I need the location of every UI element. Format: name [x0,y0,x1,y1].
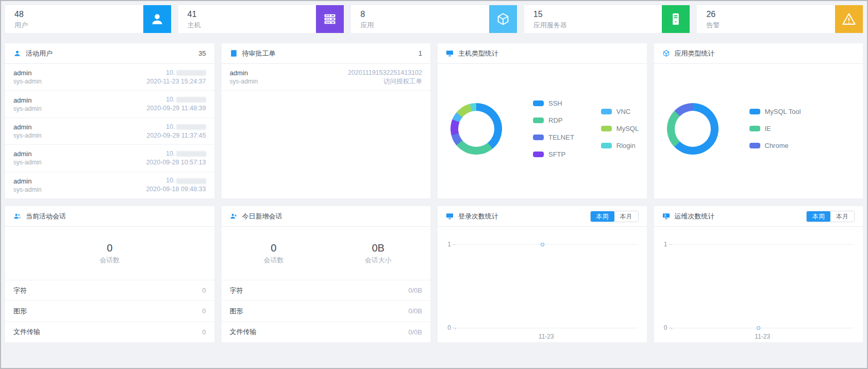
legend-item[interactable]: SSH [533,99,574,107]
active-user-row[interactable]: admin sys-admin 10. 2020-09-29 10:57:13 [5,145,214,172]
active-user-row[interactable]: admin sys-admin 10. 2020-11-23 15:24:37 [5,64,214,91]
row-value: 0/0B [408,328,422,336]
active-user-row[interactable]: admin sys-admin 10. 2020-09-29 11:37:45 [5,118,214,145]
ticket-user-role: sys-admin [230,77,258,86]
tab-this-week[interactable]: 本周 [807,211,830,222]
apps-count: 8 [360,9,374,20]
legend-item[interactable]: Chrome [749,142,801,149]
user-ip: 10. [146,176,206,185]
current-sessions-header: 当前活动会话 [5,206,214,227]
users-count: 48 [14,9,28,20]
stat-card-app-servers[interactable]: 15 应用服务器 [524,5,690,33]
user-name: admin [13,69,42,77]
row-label: 图形 [13,307,27,316]
today-sessions-rows: 字符 0/0B 图形 0/0B 文件传输 0/0B [222,280,431,342]
active-users-list: admin sys-admin 10. 2020-11-23 15:24:37 … [5,64,214,198]
empty-list-area [222,91,431,198]
app-type-title: 应用类型统计 [675,49,715,58]
panels-row-bottom: 当前活动会话 0 会话数 字符 0 图形 0 文件传输 0 [5,206,863,342]
legend-item[interactable]: MySQL Tool [749,108,801,115]
stat-card-alerts[interactable]: 26 告警 [697,5,863,33]
alert-triangle-icon [835,5,863,33]
active-user-row[interactable]: admin sys-admin 10. 2020-09-18 09:48:33 [5,172,214,198]
ticket-row[interactable]: admin sys-admin 202011191532251413102 访问… [222,64,431,91]
legend-item[interactable]: MySQL [601,125,639,132]
stat-card-apps[interactable]: 8 应用 [351,5,517,33]
user-role: sys-admin [13,186,42,194]
hosts-count: 41 [188,9,201,20]
row-value: 0/0B [408,307,422,315]
session-count-value: 0 [5,241,214,255]
legend-item[interactable]: SFTP [533,150,574,158]
y-axis-tick-label: 1 [441,241,451,248]
monitor-icon [446,49,454,57]
panel-login-stats: 登录次数统计 本周 本月 1 0 11-23 [438,206,647,342]
top-stat-cards: 48 用户 41 主机 8 应用 15 [5,5,863,33]
legend-marker-icon [533,152,544,157]
ticket-user: admin [230,69,258,77]
tab-this-week[interactable]: 本周 [591,211,614,222]
legend-item[interactable]: Rlogin [601,142,639,149]
row-value: 0 [202,307,206,315]
cube-icon [489,5,517,33]
panel-current-sessions: 当前活动会话 0 会话数 字符 0 图形 0 文件传输 0 [5,206,214,342]
ticket-type: 访问授权工单 [348,77,422,86]
active-user-row[interactable]: admin sys-admin 10. 2020-09-29 11:48:39 [5,91,214,118]
document-icon [230,49,238,57]
x-axis-label: 11-23 [455,333,638,340]
login-time: 2020-09-29 10:57:13 [146,158,206,167]
legend-marker-icon [533,135,544,140]
legend-label: MySQL Tool [765,108,801,115]
legend-label: MySQL [616,125,639,132]
tab-this-month[interactable]: 本月 [614,211,638,222]
current-sessions-title: 当前活动会话 [26,212,66,221]
alerts-label: 告警 [706,20,720,30]
legend-label: TELNET [548,133,574,141]
app-type-donut [667,103,719,155]
panel-host-type-stats: 主机类型统计 SSHRDPTELNETSFTP VNCMySQLRlogin [438,43,647,198]
session-size-stat: 0B 会话大小 [326,241,430,266]
redacted-ip-block [176,178,206,184]
kv-row-graphic: 图形 0 [5,301,214,322]
legend-marker-icon [601,109,612,114]
user-role: sys-admin [13,77,42,86]
legend-label: VNC [616,108,630,115]
tab-this-month[interactable]: 本月 [830,211,854,222]
user-name: admin [13,96,42,105]
legend-marker-icon [749,143,760,148]
legend-marker-icon [601,126,612,131]
pending-tickets-title: 待审批工单 [242,49,276,58]
user-ip: 10. [146,95,206,104]
today-sessions-header: 今日新增会话 [222,206,431,227]
stat-card-users[interactable]: 48 用户 [5,5,171,33]
today-sessions-title: 今日新增会话 [242,212,282,221]
hosts-label: 主机 [188,20,201,30]
active-users-header: 活动用户 35 [5,43,214,64]
pending-tickets-header: 待审批工单 1 [222,43,431,64]
user-ip: 10. [146,149,206,158]
legend-marker-icon [749,109,760,114]
session-count-value: 0 [222,241,326,255]
login-time: 2020-09-29 11:48:39 [146,104,206,113]
people-plus-icon [230,212,238,220]
today-sessions-stats: 0 会话数 0B 会话大小 [222,227,431,280]
stat-card-hosts[interactable]: 41 主机 [178,5,344,33]
user-role: sys-admin [13,158,42,166]
legend-label: IE [765,125,771,132]
kv-row-char: 字符 0 [5,280,214,301]
user-ip: 10. [146,69,206,77]
legend-item[interactable]: VNC [601,108,639,115]
row-value: 0 [202,328,206,336]
pending-tickets-count: 1 [419,49,422,57]
users-label: 用户 [14,20,28,30]
legend-item[interactable]: IE [749,125,801,132]
redacted-ip-block [176,124,206,130]
x-axis-label: 11-23 [672,333,854,340]
alerts-count: 26 [706,9,720,20]
legend-label: Rlogin [616,142,636,149]
gridline-bottom [455,328,638,328]
session-count-label: 会话数 [222,255,326,266]
user-ip: 10. [146,123,206,131]
legend-item[interactable]: TELNET [533,133,574,141]
legend-item[interactable]: RDP [533,116,574,124]
